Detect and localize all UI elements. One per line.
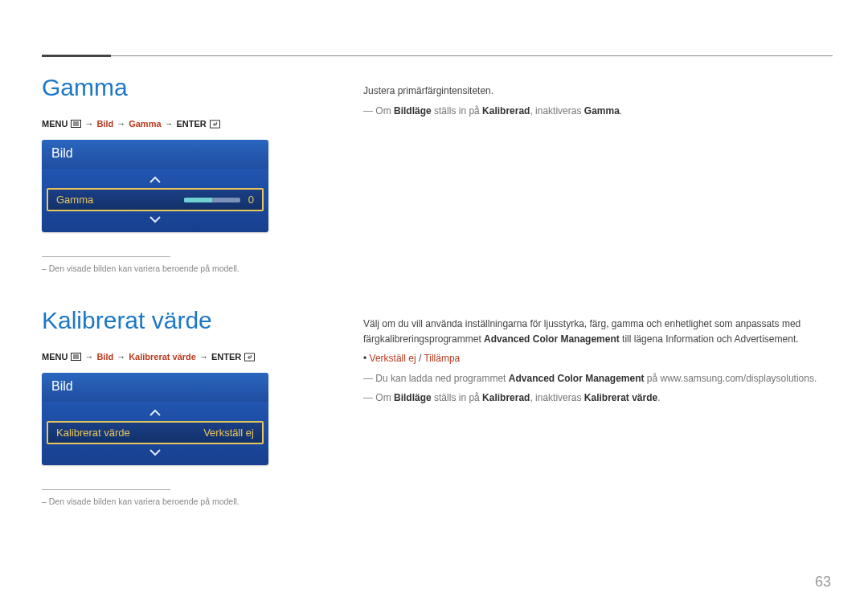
t: Verkställ ej xyxy=(370,353,416,364)
t: Advanced Color Management xyxy=(484,333,620,345)
gamma-slider[interactable] xyxy=(184,198,240,202)
osd-panel-kalibrerat: Bild Kalibrerat värde Verkställ ej xyxy=(42,373,268,465)
t: Kalibrerat värde xyxy=(584,392,657,403)
desc-gamma: Justera primärfärgintensiteten. Om Bildl… xyxy=(363,74,833,273)
breadcrumb-bild: Bild xyxy=(96,119,113,129)
desc-note2: Om Bildläge ställs in på Kalibrerad, ina… xyxy=(363,390,833,406)
page-number: 63 xyxy=(815,574,831,591)
osd-row-label: Gamma xyxy=(56,194,93,206)
t: Tillämpa xyxy=(424,353,460,364)
osd-title: Bild xyxy=(42,373,268,402)
chevron-down-icon[interactable] xyxy=(47,444,264,460)
menu-icon xyxy=(71,120,81,129)
osd-row-label: Kalibrerat värde xyxy=(56,427,130,439)
t: på www.samsung.com/displaysolutions. xyxy=(644,373,817,384)
footnote-rule xyxy=(42,489,170,490)
menu-icon xyxy=(71,353,81,362)
breadcrumb-bild: Bild xyxy=(96,352,113,362)
enter-icon xyxy=(244,353,255,362)
t: till lägena Information och Advertisemen… xyxy=(620,333,799,345)
t: Om xyxy=(375,392,394,403)
t: Kalibrerad xyxy=(482,105,530,116)
heading-kalibrerat: Kalibrerat värde xyxy=(42,307,315,334)
t: Du kan ladda ned programmet xyxy=(375,373,508,384)
t: Advanced Color Management xyxy=(509,373,645,384)
t: / xyxy=(416,353,424,364)
arrow-icon: → xyxy=(165,119,174,129)
breadcrumb-kalibrerat: MENU → Bild → Kalibrerat värde → ENTER xyxy=(42,352,315,362)
breadcrumb-menu: MENU xyxy=(42,119,68,129)
desc-p1: Välj om du vill använda inställningarna … xyxy=(363,317,833,346)
desc-line: Justera primärfärgintensiteten. xyxy=(363,84,833,99)
t: ställs in på xyxy=(432,392,482,403)
breadcrumb-enter: ENTER xyxy=(211,352,241,362)
t: , inaktiveras xyxy=(530,105,583,116)
osd-panel-gamma: Bild Gamma 0 xyxy=(42,140,268,232)
osd-row-value: Verkställ ej xyxy=(203,427,254,439)
breadcrumb-item: Gamma xyxy=(129,119,161,129)
arrow-icon: → xyxy=(199,352,208,362)
chevron-up-icon[interactable] xyxy=(47,172,264,188)
t: . xyxy=(657,392,660,403)
section-kalibrerat: Kalibrerat värde MENU → Bild → Kalibrera… xyxy=(42,307,833,506)
desc-bullet: Verkställ ej / Tillämpa xyxy=(363,351,833,366)
t: Bildläge xyxy=(394,105,432,116)
t: Kalibrerad xyxy=(482,392,530,403)
t: , inaktiveras xyxy=(530,392,583,403)
breadcrumb-gamma: MENU → Bild → Gamma → ENTER xyxy=(42,119,315,129)
footnote-kalibrerat: – Den visade bilden kan variera beroende… xyxy=(42,497,315,506)
t: Gamma xyxy=(584,105,620,116)
breadcrumb-enter: ENTER xyxy=(177,119,207,129)
desc-note: Om Bildläge ställs in på Kalibrerad, ina… xyxy=(363,104,833,119)
t: Om xyxy=(375,105,394,116)
enter-icon xyxy=(210,120,220,129)
arrow-icon: → xyxy=(117,119,125,129)
breadcrumb-item: Kalibrerat värde xyxy=(129,352,196,362)
t: . xyxy=(620,105,622,116)
arrow-icon: → xyxy=(84,119,93,129)
desc-kalibrerat: Välj om du vill använda inställningarna … xyxy=(363,307,833,506)
footnote-gamma: – Den visade bilden kan variera beroende… xyxy=(42,264,315,273)
t: Bildläge xyxy=(394,392,432,403)
arrow-icon: → xyxy=(84,352,93,362)
osd-row-value: 0 xyxy=(248,194,254,206)
breadcrumb-menu: MENU xyxy=(42,352,68,362)
desc-note1: Du kan ladda ned programmet Advanced Col… xyxy=(363,371,833,386)
t: ställs in på xyxy=(432,105,482,116)
arrow-icon: → xyxy=(117,352,125,362)
section-gamma: Gamma MENU → Bild → Gamma → ENTER Bild xyxy=(42,74,833,273)
chevron-down-icon[interactable] xyxy=(47,211,264,227)
osd-title: Bild xyxy=(42,140,268,169)
osd-row-gamma[interactable]: Gamma 0 xyxy=(47,188,264,211)
footnote-rule xyxy=(42,256,170,257)
heading-gamma: Gamma xyxy=(42,74,315,101)
chevron-up-icon[interactable] xyxy=(47,405,264,421)
top-rule xyxy=(42,55,833,58)
osd-row-kalibrerat[interactable]: Kalibrerat värde Verkställ ej xyxy=(47,421,264,444)
